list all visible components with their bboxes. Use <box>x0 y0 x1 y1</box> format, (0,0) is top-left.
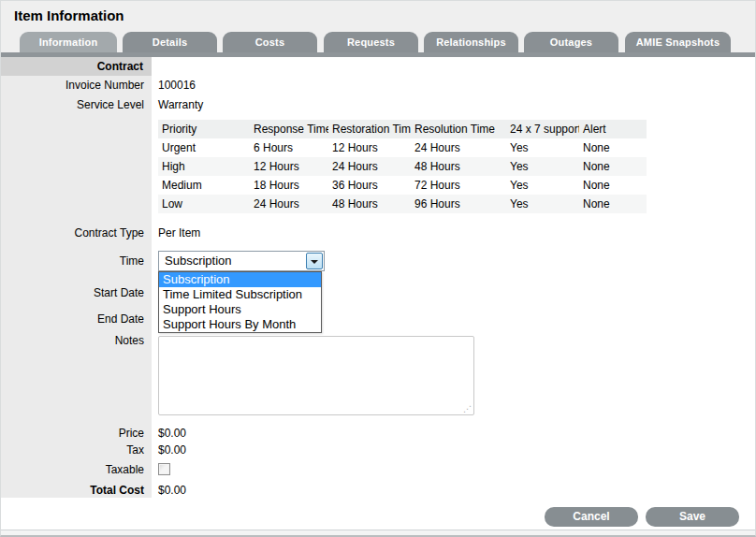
cell: 48 Hours <box>411 157 506 176</box>
invoice-number-row: Invoice Number 100016 <box>1 76 756 94</box>
table-row: Urgent 6 Hours 12 Hours 24 Hours Yes Non… <box>158 138 647 157</box>
table-row: Medium 18 Hours 36 Hours 72 Hours Yes No… <box>158 176 647 195</box>
cell: Yes <box>506 138 579 157</box>
contract-type-value: Per Item <box>158 224 200 242</box>
sla-header-support: 24 x 7 support <box>506 120 579 138</box>
item-information-window: Item Information Information Details Cos… <box>0 0 756 537</box>
notes-label: Notes <box>1 331 144 350</box>
sla-header-response: Response Time <box>250 120 328 138</box>
sla-header-priority: Priority <box>158 120 250 138</box>
sla-header-resolution: Resolution Time <box>411 120 506 138</box>
tab-bar: Information Details Costs Requests Relat… <box>1 32 756 52</box>
invoice-number-label: Invoice Number <box>1 76 144 94</box>
total-cost-row: Total Cost $0.00 <box>1 481 756 500</box>
cell: 48 Hours <box>328 195 411 213</box>
window-bottom-edge <box>1 530 756 537</box>
cell: 12 Hours <box>328 138 411 157</box>
time-select[interactable]: Subscription <box>158 251 325 271</box>
tax-value: $0.00 <box>158 441 186 459</box>
contract-section-header: Contract <box>1 57 152 76</box>
cell: Yes <box>506 176 579 195</box>
time-row: Time <box>1 252 756 270</box>
price-row: Price $0.00 <box>1 424 756 443</box>
contract-type-label: Contract Type <box>1 224 144 242</box>
cell: 24 Hours <box>250 195 328 213</box>
dropdown-option-time-limited-subscription[interactable]: Time Limited Subscription <box>159 287 321 302</box>
service-level-value: Warranty <box>158 95 203 114</box>
tab-information[interactable]: Information <box>20 32 117 52</box>
cancel-button[interactable]: Cancel <box>545 507 638 527</box>
cell: None <box>579 176 647 195</box>
sla-header-restoration: Restoration Time <box>328 120 411 138</box>
sla-priority-table: Priority Response Time Restoration Time … <box>158 120 647 213</box>
page-title: Item Information <box>14 7 124 23</box>
chevron-down-icon[interactable] <box>306 253 323 269</box>
save-button[interactable]: Save <box>646 507 739 527</box>
cell: 18 Hours <box>250 176 328 195</box>
tab-relationships[interactable]: Relationships <box>424 32 518 52</box>
total-cost-value: $0.00 <box>158 481 186 500</box>
tab-details[interactable]: Details <box>123 32 217 52</box>
tab-costs[interactable]: Costs <box>223 32 317 52</box>
cell: Medium <box>158 176 250 195</box>
total-cost-label: Total Cost <box>1 481 144 500</box>
cell: Low <box>158 195 250 213</box>
taxable-row: Taxable <box>1 460 756 479</box>
cell: Yes <box>506 157 579 176</box>
time-dropdown-list: Subscription Time Limited Subscription S… <box>158 271 322 333</box>
contract-form: Contract Invoice Number 100016 Service L… <box>1 57 756 530</box>
time-label: Time <box>1 252 144 270</box>
tax-row: Tax $0.00 <box>1 441 756 459</box>
end-date-row: End Date <box>1 310 756 328</box>
end-date-label: End Date <box>1 310 144 328</box>
cell: None <box>579 157 647 176</box>
sla-header-alert: Alert <box>579 120 647 138</box>
cell: 6 Hours <box>250 138 328 157</box>
cell: Yes <box>506 195 579 213</box>
invoice-number-value: 100016 <box>158 76 196 94</box>
notes-input[interactable] <box>158 336 474 415</box>
table-row: Low 24 Hours 48 Hours 96 Hours Yes None <box>158 195 647 213</box>
cell: Urgent <box>158 138 250 157</box>
cell: 36 Hours <box>328 176 411 195</box>
cell: 72 Hours <box>411 176 506 195</box>
time-select-value: Subscription <box>165 252 232 270</box>
sla-header-row: Priority Response Time Restoration Time … <box>158 120 647 138</box>
service-level-row: Service Level Warranty <box>1 95 756 114</box>
tax-label: Tax <box>1 441 144 459</box>
dropdown-option-subscription[interactable]: Subscription <box>159 272 321 287</box>
cell: 12 Hours <box>250 157 328 176</box>
taxable-label: Taxable <box>1 460 144 479</box>
contract-type-row: Contract Type Per Item <box>1 224 756 242</box>
dropdown-option-support-hours-by-month[interactable]: Support Hours By Month <box>159 317 321 332</box>
tab-outages[interactable]: Outages <box>524 32 618 52</box>
tab-amie-snapshots[interactable]: AMIE Snapshots <box>625 32 731 52</box>
cell: 24 Hours <box>328 157 411 176</box>
start-date-row: Start Date <box>1 283 756 302</box>
cell: 24 Hours <box>411 138 506 157</box>
dropdown-option-support-hours[interactable]: Support Hours <box>159 302 321 317</box>
cell: None <box>579 138 647 157</box>
taxable-checkbox[interactable] <box>158 463 170 475</box>
start-date-label: Start Date <box>1 283 144 302</box>
cell: 96 Hours <box>411 195 506 213</box>
price-value: $0.00 <box>158 424 186 443</box>
cell: None <box>579 195 647 213</box>
table-row: High 12 Hours 24 Hours 48 Hours Yes None <box>158 157 647 176</box>
cell: High <box>158 157 250 176</box>
service-level-label: Service Level <box>1 95 144 114</box>
price-label: Price <box>1 424 144 443</box>
tab-requests[interactable]: Requests <box>324 32 418 52</box>
